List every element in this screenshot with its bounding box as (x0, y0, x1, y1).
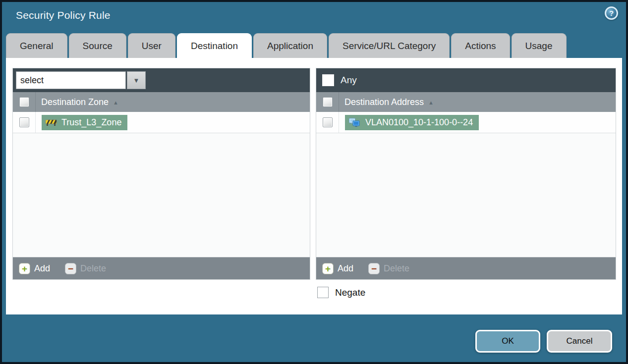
any-toggle[interactable]: Any (319, 74, 357, 86)
zone-row-check-cell (13, 112, 36, 133)
zone-type-input[interactable] (16, 71, 126, 89)
zone-add-button[interactable]: + Add (19, 263, 50, 274)
chevron-down-icon: ▼ (133, 77, 140, 84)
tab-usage[interactable]: Usage (512, 33, 567, 58)
zone-header-check-cell (13, 92, 36, 112)
table-row: Trust_L3_Zone (13, 112, 310, 133)
sort-asc-icon: ▲ (113, 99, 118, 105)
destination-address-panel: Any Destination Address ▲ (316, 68, 616, 280)
address-select-all-checkbox[interactable] (323, 97, 333, 107)
tab-source[interactable]: Source (69, 33, 126, 58)
zone-delete-label: Delete (80, 263, 106, 274)
destination-zone-panel: ▼ Destination Zone ▲ (12, 68, 310, 280)
tab-actions[interactable]: Actions (451, 33, 510, 58)
tab-bar: General Source User Destination Applicat… (6, 33, 568, 58)
address-row-check-cell (316, 112, 339, 133)
tab-general[interactable]: General (6, 33, 67, 58)
help-glyph: ? (609, 9, 614, 17)
table-row: VLAN0100_10-1-100-0--24 (316, 112, 616, 133)
zone-table-header: Destination Zone ▲ (13, 92, 310, 112)
ok-button[interactable]: OK (475, 330, 540, 353)
zone-add-label: Add (34, 263, 50, 274)
address-row-checkbox[interactable] (323, 117, 333, 127)
zone-barrier-icon (45, 118, 57, 126)
address-panel-topbar: Any (316, 68, 616, 92)
network-computers-icon (348, 118, 361, 127)
zone-toolbar: + Add − Delete (13, 257, 310, 279)
zone-select-all-checkbox[interactable] (19, 97, 29, 107)
tab-service-url-category[interactable]: Service/URL Category (329, 33, 450, 58)
dialog-title: Security Policy Rule (16, 9, 111, 21)
address-header-check-cell (316, 92, 339, 112)
tab-destination[interactable]: Destination (177, 33, 252, 58)
delete-icon: − (65, 263, 76, 274)
cancel-button[interactable]: Cancel (547, 330, 612, 353)
zone-delete-button[interactable]: − Delete (65, 263, 106, 274)
zone-column-header[interactable]: Destination Zone ▲ (36, 97, 118, 107)
delete-icon: − (368, 263, 380, 274)
sort-asc-icon: ▲ (428, 99, 434, 105)
add-icon: + (19, 263, 30, 274)
address-add-label: Add (338, 263, 353, 274)
tab-application[interactable]: Application (253, 33, 327, 58)
address-add-button[interactable]: + Add (322, 263, 353, 274)
negate-toggle[interactable]: Negate (317, 287, 365, 298)
tab-user[interactable]: User (128, 33, 175, 58)
zone-column-label: Destination Zone (41, 97, 109, 107)
address-delete-label: Delete (384, 263, 409, 274)
zone-item-label: Trust_L3_Zone (61, 117, 121, 128)
address-column-header[interactable]: Destination Address ▲ (339, 97, 434, 107)
zone-type-combobox: ▼ (16, 71, 146, 89)
address-table-body: VLAN0100_10-1-100-0--24 (316, 112, 616, 257)
address-item[interactable]: VLAN0100_10-1-100-0--24 (345, 115, 479, 130)
title-bar: Security Policy Rule ? (2, 2, 626, 33)
any-label: Any (341, 75, 357, 86)
add-icon: + (322, 263, 334, 274)
zone-panel-topbar: ▼ (13, 68, 310, 92)
negate-label: Negate (335, 287, 365, 298)
address-delete-button[interactable]: − Delete (368, 263, 409, 274)
security-policy-rule-dialog: Security Policy Rule ? General Source Us… (0, 0, 628, 364)
help-icon[interactable]: ? (605, 6, 618, 20)
destination-tab-content: ▼ Destination Zone ▲ (6, 58, 622, 314)
address-toolbar: + Add − Delete (316, 257, 616, 279)
any-checkbox[interactable] (322, 74, 334, 86)
negate-checkbox[interactable] (317, 287, 329, 298)
zone-row-checkbox[interactable] (19, 117, 29, 127)
zone-item[interactable]: Trust_L3_Zone (42, 115, 127, 130)
zone-table-body: Trust_L3_Zone (13, 112, 310, 257)
address-column-label: Destination Address (344, 97, 424, 107)
zone-type-dropdown-button[interactable]: ▼ (127, 71, 146, 89)
address-item-label: VLAN0100_10-1-100-0--24 (365, 117, 473, 128)
address-table-header: Destination Address ▲ (316, 92, 616, 112)
